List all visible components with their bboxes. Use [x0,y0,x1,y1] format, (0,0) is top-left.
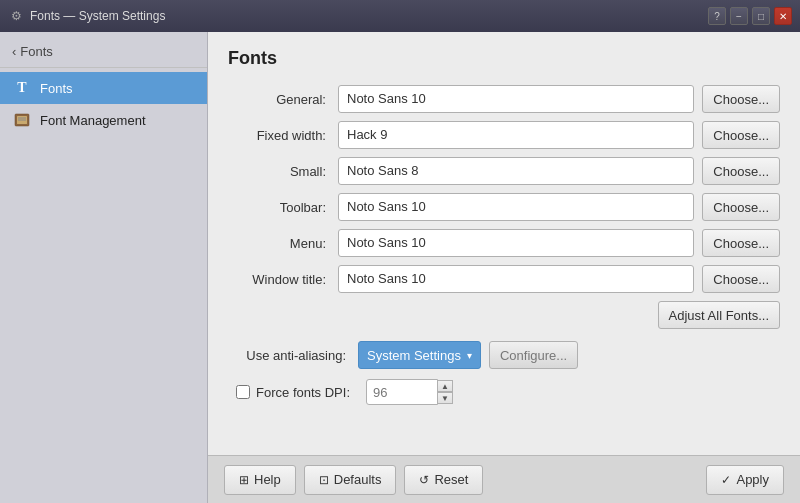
configure-button[interactable]: Configure... [489,341,578,369]
sidebar-divider [0,67,207,68]
dropdown-arrow-icon: ▾ [467,350,472,361]
font-management-icon [12,110,32,130]
reset-label: Reset [434,472,468,487]
maximize-button[interactable]: □ [752,7,770,25]
sidebar-item-fonts-label: Fonts [40,81,73,96]
sidebar-item-font-management[interactable]: Font Management [0,104,207,136]
toolbar-font-row: Toolbar: Noto Sans 10 Choose... [228,193,780,221]
window-title-font-row: Window title: Noto Sans 10 Choose... [228,265,780,293]
menu-font-label: Menu: [228,236,338,251]
adjust-all-row: Adjust All Fonts... [228,301,780,329]
bottom-bar-right: ✓ Apply [706,465,784,495]
sidebar-item-fonts[interactable]: T Fonts [0,72,207,104]
menu-choose-button[interactable]: Choose... [702,229,780,257]
force-dpi-label-area: Force fonts DPI: [228,385,358,400]
app-icon: ⚙ [8,8,24,24]
toolbar-choose-button[interactable]: Choose... [702,193,780,221]
bottom-bar-left: ⊞ Help ⊡ Defaults ↺ Reset [224,465,483,495]
titlebar: ⚙ Fonts — System Settings ? − □ ✕ [0,0,800,32]
page-title: Fonts [228,48,780,69]
content-area: Fonts General: Noto Sans 10 Choose... Fi… [208,32,800,503]
defaults-label: Defaults [334,472,382,487]
window-title-choose-button[interactable]: Choose... [702,265,780,293]
help-button[interactable]: ⊞ Help [224,465,296,495]
sidebar-back-link[interactable]: ‹ Fonts [0,40,207,63]
titlebar-controls: ? − □ ✕ [708,7,792,25]
toolbar-font-value: Noto Sans 10 [338,193,694,221]
general-font-row: General: Noto Sans 10 Choose... [228,85,780,113]
dpi-spinner: ▲ ▼ [437,380,453,404]
apply-button[interactable]: ✓ Apply [706,465,784,495]
help-icon: ⊞ [239,473,249,487]
back-arrow-icon: ‹ [12,44,16,59]
titlebar-left: ⚙ Fonts — System Settings [8,8,165,24]
anti-aliasing-label: Use anti-aliasing: [228,348,358,363]
toolbar-font-label: Toolbar: [228,200,338,215]
close-button[interactable]: ✕ [774,7,792,25]
small-choose-button[interactable]: Choose... [702,157,780,185]
fixed-width-font-value: Hack 9 [338,121,694,149]
adjust-all-fonts-button[interactable]: Adjust All Fonts... [658,301,780,329]
anti-aliasing-row: Use anti-aliasing: System Settings ▾ Con… [228,341,780,369]
window-title: Fonts — System Settings [30,9,165,23]
bottom-bar: ⊞ Help ⊡ Defaults ↺ Reset ✓ Apply [208,455,800,503]
minimize-button[interactable]: − [730,7,748,25]
sidebar-back-label: Fonts [20,44,53,59]
sidebar-item-font-management-label: Font Management [40,113,146,128]
fixed-width-font-row: Fixed width: Hack 9 Choose... [228,121,780,149]
window-title-font-label: Window title: [228,272,338,287]
small-font-value: Noto Sans 8 [338,157,694,185]
fixed-width-font-label: Fixed width: [228,128,338,143]
dpi-spin-down-button[interactable]: ▼ [437,392,453,404]
menu-font-row: Menu: Noto Sans 10 Choose... [228,229,780,257]
defaults-button[interactable]: ⊡ Defaults [304,465,397,495]
window-title-font-value: Noto Sans 10 [338,265,694,293]
reset-button[interactable]: ↺ Reset [404,465,483,495]
apply-label: Apply [736,472,769,487]
help-label: Help [254,472,281,487]
force-dpi-row: Force fonts DPI: 96 ▲ ▼ [228,379,780,405]
help-titlebar-button[interactable]: ? [708,7,726,25]
general-choose-button[interactable]: Choose... [702,85,780,113]
general-font-label: General: [228,92,338,107]
anti-aliasing-dropdown[interactable]: System Settings ▾ [358,341,481,369]
small-font-label: Small: [228,164,338,179]
force-dpi-input[interactable]: 96 [366,379,438,405]
dpi-spin-up-button[interactable]: ▲ [437,380,453,392]
general-font-value: Noto Sans 10 [338,85,694,113]
settings-area: General: Noto Sans 10 Choose... Fixed wi… [208,77,800,455]
main-area: ‹ Fonts T Fonts Font Management Fonts [0,32,800,503]
reset-icon: ↺ [419,473,429,487]
force-dpi-checkbox[interactable] [236,385,250,399]
defaults-icon: ⊡ [319,473,329,487]
menu-font-value: Noto Sans 10 [338,229,694,257]
fonts-icon: T [12,78,32,98]
content-header: Fonts [208,32,800,77]
sidebar: ‹ Fonts T Fonts Font Management [0,32,208,503]
apply-icon: ✓ [721,473,731,487]
small-font-row: Small: Noto Sans 8 Choose... [228,157,780,185]
force-dpi-label: Force fonts DPI: [256,385,350,400]
fixed-width-choose-button[interactable]: Choose... [702,121,780,149]
anti-aliasing-value: System Settings [367,348,461,363]
